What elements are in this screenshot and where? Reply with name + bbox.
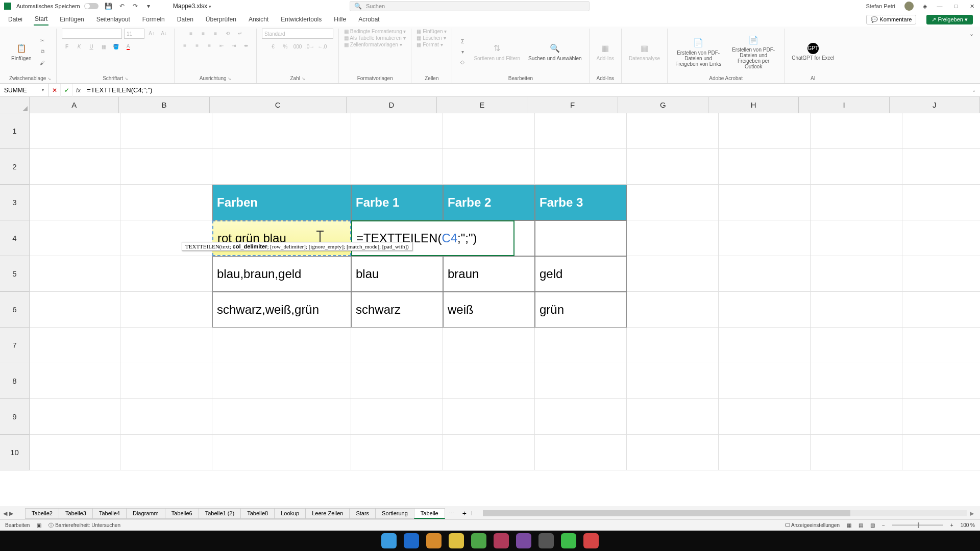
cell[interactable]	[443, 363, 535, 399]
row-header[interactable]: 4	[0, 220, 29, 256]
conditional-formatting-button[interactable]: ▦ Bedingte Formatierung ▾	[344, 29, 406, 34]
sheet-tab[interactable]: Leere Zeilen	[305, 508, 350, 519]
sheet-tab[interactable]: Sortierung	[375, 508, 414, 519]
pdf-link-button[interactable]: 📄Erstellen von PDF-Dateien und Freigeben…	[673, 35, 724, 69]
copy-icon[interactable]: ⧉	[37, 47, 47, 56]
percent-icon[interactable]: %	[280, 42, 290, 51]
column-header[interactable]: A	[30, 97, 119, 113]
cell[interactable]	[719, 328, 811, 363]
column-header[interactable]: C	[210, 97, 347, 113]
cell[interactable]	[811, 113, 902, 149]
cell[interactable]	[719, 363, 811, 399]
cell[interactable]	[627, 399, 719, 435]
cell[interactable]	[902, 399, 980, 435]
sheet-tab[interactable]: Diagramm	[126, 508, 165, 519]
cell[interactable]	[30, 185, 120, 220]
cell[interactable]	[811, 185, 902, 220]
minimize-button[interactable]: —	[936, 3, 943, 9]
normal-view-icon[interactable]: ▦	[847, 522, 851, 528]
taskbar-app-icon[interactable]	[449, 533, 464, 548]
tab-acrobat[interactable]: Acrobat	[357, 14, 380, 25]
cell[interactable]	[719, 185, 811, 220]
sheet-tab[interactable]: Lookup	[274, 508, 306, 519]
align-center-icon[interactable]: ≡	[192, 41, 202, 50]
sheet-tab[interactable]: Tabelle2	[25, 508, 59, 519]
find-select-button[interactable]: 🔍Suchen und Auswählen	[526, 40, 584, 63]
align-left-icon[interactable]: ≡	[180, 41, 190, 50]
name-box[interactable]: SUMME▾	[0, 84, 48, 97]
cell[interactable]	[902, 256, 980, 292]
row-header[interactable]: 3	[0, 185, 29, 220]
tab-entwicklertools[interactable]: Entwicklertools	[280, 14, 323, 25]
cell[interactable]	[351, 435, 443, 470]
cell[interactable]: schwarz	[351, 292, 443, 328]
cell[interactable]	[30, 256, 120, 292]
cell[interactable]: schwarz,weiß,grün	[212, 292, 351, 328]
sheet-tab[interactable]: Tabelle3	[59, 508, 93, 519]
cell[interactable]	[811, 292, 902, 328]
select-all-button[interactable]	[0, 97, 30, 113]
border-icon[interactable]: ▦	[99, 42, 109, 51]
page-break-view-icon[interactable]: ▧	[870, 522, 875, 528]
italic-icon[interactable]: K	[74, 42, 84, 51]
cell[interactable]	[120, 185, 212, 220]
decrease-font-icon[interactable]: A↓	[159, 29, 169, 38]
cell[interactable]	[902, 292, 980, 328]
autosave-toggle[interactable]	[84, 3, 99, 9]
spreadsheet-grid[interactable]: ABCDEFGHIJ 12345678910 TEXTTEILEN(text; …	[0, 97, 980, 507]
share-button[interactable]: ↗ Freigeben ▾	[926, 15, 973, 24]
cell[interactable]: blau	[351, 256, 443, 292]
cell[interactable]	[212, 363, 351, 399]
cell[interactable]	[120, 435, 212, 470]
sheet-next-icon[interactable]: ▶	[9, 510, 13, 517]
cell[interactable]	[212, 435, 351, 470]
expand-formula-icon[interactable]: ⌄	[968, 87, 980, 93]
cell[interactable]	[719, 399, 811, 435]
cell[interactable]: weiß	[443, 292, 535, 328]
scroll-right-icon[interactable]: ▶	[967, 510, 977, 517]
cell[interactable]	[30, 399, 120, 435]
sort-filter-button[interactable]: ⇅Sortieren und Filtern	[472, 40, 522, 63]
row-header[interactable]: 5	[0, 256, 29, 292]
addins-button[interactable]: ▦Add-Ins	[595, 40, 616, 63]
cell[interactable]	[811, 399, 902, 435]
row-header[interactable]: 6	[0, 292, 29, 328]
comments-button[interactable]: 💬 Kommentare	[866, 15, 916, 24]
cell[interactable]	[30, 149, 120, 185]
taskbar-app-icon[interactable]	[494, 533, 509, 548]
cell[interactable]	[535, 399, 627, 435]
wrap-text-icon[interactable]: ↵	[235, 29, 245, 38]
cell[interactable]	[30, 435, 120, 470]
redo-icon[interactable]: ↷	[131, 2, 139, 10]
cell[interactable]	[120, 363, 212, 399]
format-painter-icon[interactable]: 🖌	[37, 58, 47, 67]
cell[interactable]	[120, 399, 212, 435]
cancel-formula-icon[interactable]: ✕	[48, 84, 61, 97]
paste-button[interactable]: 📋Einfügen	[9, 40, 33, 63]
font-color-icon[interactable]: A	[123, 42, 133, 51]
cell-styles-button[interactable]: ▦ Zellenformatvorlagen ▾	[344, 42, 402, 47]
align-middle-icon[interactable]: ≡	[198, 29, 208, 38]
cell[interactable]	[30, 220, 120, 256]
row-header[interactable]: 8	[0, 363, 29, 399]
column-header[interactable]: I	[799, 97, 889, 113]
close-button[interactable]: ✕	[969, 3, 976, 10]
cut-icon[interactable]: ✂	[37, 36, 47, 45]
cell[interactable]	[351, 328, 443, 363]
row-header[interactable]: 10	[0, 435, 29, 470]
tab-start[interactable]: Start	[34, 13, 48, 26]
tab-datei[interactable]: Datei	[7, 14, 23, 25]
sheet-more-icon[interactable]: ⋯	[15, 510, 21, 517]
accessibility-status[interactable]: ⓘ Barrierefreiheit: Untersuchen	[48, 522, 120, 529]
increase-decimal-icon[interactable]: .0→	[305, 42, 315, 51]
cell[interactable]	[627, 328, 719, 363]
fill-icon[interactable]: ▾	[457, 47, 468, 56]
user-name[interactable]: Stefan Petri	[866, 3, 895, 9]
cell[interactable]	[627, 185, 719, 220]
sheet-tab[interactable]: Tabelle	[414, 508, 445, 519]
undo-icon[interactable]: ↶	[118, 2, 126, 10]
cell[interactable]	[627, 220, 719, 256]
align-top-icon[interactable]: ≡	[186, 29, 196, 38]
tab-ansicht[interactable]: Ansicht	[248, 14, 270, 25]
search-input[interactable]: 🔍 Suchen	[350, 1, 590, 11]
